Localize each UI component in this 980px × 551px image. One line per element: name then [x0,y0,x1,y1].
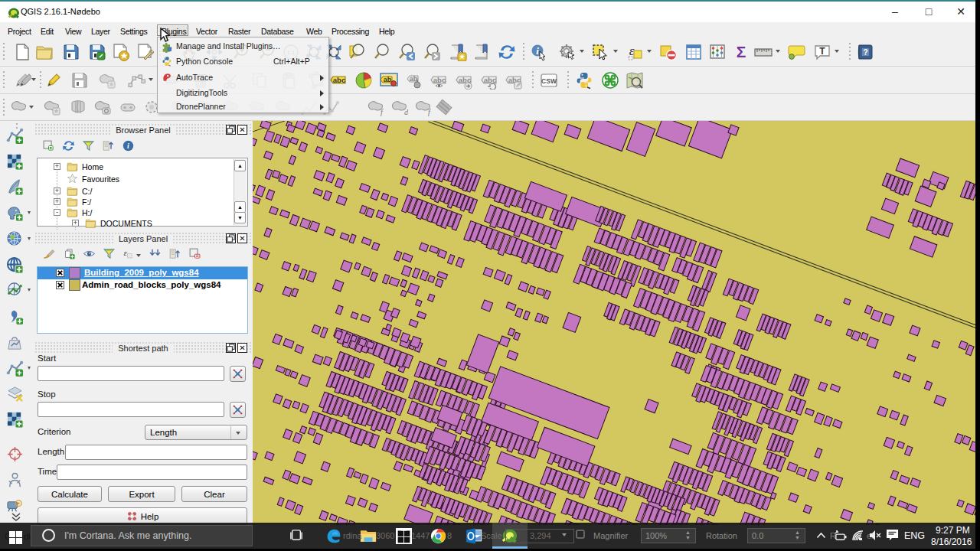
svg-text:ab: ab [384,76,392,83]
svg-text:abc: abc [333,76,345,84]
svg-text:i: i [536,45,539,57]
svg-text:abc: abc [484,76,496,84]
svg-text:i: i [127,142,129,150]
svg-text:?: ? [863,48,867,57]
svg-text:ε: ε [123,248,127,257]
svg-text:f: f [381,108,384,116]
svg-text:d: d [404,108,409,116]
svg-text:CSW: CSW [541,77,557,85]
svg-text:Σ: Σ [737,43,746,60]
svg-text:ab: ab [410,75,418,83]
svg-text:T: T [819,46,825,57]
svg-text:abc: abc [433,76,446,84]
svg-text:f: f [428,108,431,116]
